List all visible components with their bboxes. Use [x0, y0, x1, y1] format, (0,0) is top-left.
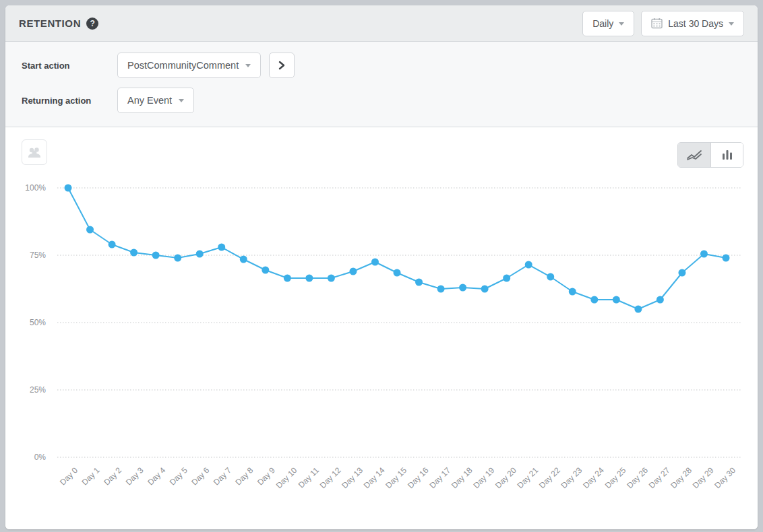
- x-axis-tick-label: Day 29: [691, 465, 716, 490]
- data-point-day-9[interactable]: [262, 267, 269, 274]
- data-point-day-21[interactable]: [525, 261, 532, 269]
- retention-report-panel: RETENTION ? Daily: [5, 5, 758, 529]
- line-chart-toggle[interactable]: [678, 143, 710, 167]
- start-action-label: Start action: [22, 61, 117, 71]
- action-selectors: Start action PostCommunityComment Return…: [5, 42, 758, 127]
- date-range-dropdown[interactable]: Last 30 Days: [641, 11, 744, 36]
- data-point-day-26[interactable]: [634, 306, 642, 313]
- x-axis-tick-label: Day 17: [427, 465, 452, 490]
- x-axis-tick-label: Day 27: [647, 465, 672, 490]
- x-axis-tick-label: Day 24: [581, 465, 606, 490]
- chart-type-toggle: [677, 142, 743, 168]
- data-point-day-24[interactable]: [590, 296, 598, 304]
- data-point-day-8[interactable]: [240, 256, 247, 263]
- data-point-day-0[interactable]: [65, 185, 72, 192]
- returning-action-label: Returning action: [22, 96, 117, 106]
- chart-section: 100%75%50%25%0%Day 0Day 1Day 2Day 3Day 4…: [5, 127, 758, 529]
- x-axis-tick-label: Day 6: [189, 465, 211, 487]
- data-point-day-23[interactable]: [569, 288, 576, 296]
- data-point-day-15[interactable]: [394, 269, 401, 277]
- y-axis-tick-label: 25%: [30, 385, 46, 395]
- returning-action-value: Any Event: [127, 95, 172, 106]
- y-axis-tick-label: 75%: [30, 251, 46, 260]
- show-users-button[interactable]: [22, 139, 47, 165]
- data-point-day-30[interactable]: [723, 255, 730, 262]
- x-axis-tick-label: Day 26: [625, 465, 650, 490]
- calendar-icon: [651, 18, 663, 29]
- data-point-day-11[interactable]: [305, 275, 313, 282]
- chevron-down-icon: [179, 99, 184, 102]
- start-action-value: PostCommunityComment: [127, 60, 239, 71]
- x-axis-tick-label: Day 21: [516, 465, 541, 490]
- x-axis-tick-label: Day 22: [537, 465, 562, 490]
- granularity-value: Daily: [592, 18, 613, 29]
- data-point-day-20[interactable]: [503, 275, 510, 282]
- x-axis-tick-label: Day 0: [58, 465, 80, 487]
- data-point-day-3[interactable]: [130, 249, 138, 257]
- y-axis-tick-label: 100%: [25, 183, 46, 193]
- data-point-day-22[interactable]: [547, 273, 554, 281]
- data-point-day-14[interactable]: [371, 259, 379, 266]
- x-axis-tick-label: Day 20: [493, 465, 518, 490]
- data-point-day-16[interactable]: [415, 279, 423, 286]
- data-point-day-10[interactable]: [284, 275, 291, 282]
- users-icon: [27, 145, 42, 159]
- data-point-day-29[interactable]: [700, 251, 708, 258]
- data-point-day-18[interactable]: [459, 284, 466, 292]
- start-action-row: Start action PostCommunityComment: [22, 53, 741, 78]
- data-point-day-19[interactable]: [481, 286, 489, 293]
- x-axis-tick-label: Day 4: [146, 465, 167, 487]
- chevron-down-icon: [619, 22, 624, 26]
- data-point-day-27[interactable]: [657, 296, 664, 304]
- x-axis-tick-label: Day 14: [362, 465, 387, 490]
- x-axis-tick-label: Day 30: [712, 465, 737, 490]
- x-axis-tick-label: Day 19: [471, 465, 496, 490]
- data-point-day-12[interactable]: [328, 275, 335, 282]
- x-axis-tick-label: Day 7: [212, 465, 233, 487]
- chevron-right-icon: [278, 61, 286, 70]
- x-axis-tick-label: Day 15: [384, 465, 408, 490]
- x-axis-tick-label: Day 25: [603, 465, 628, 490]
- start-action-dropdown[interactable]: PostCommunityComment: [117, 53, 261, 78]
- data-point-day-7[interactable]: [218, 244, 225, 251]
- returning-action-row: Returning action Any Event: [22, 88, 741, 113]
- x-axis-tick-label: Day 28: [669, 465, 694, 490]
- x-axis-tick-label: Day 8: [233, 465, 255, 487]
- y-axis-tick-label: 0%: [34, 453, 47, 462]
- returning-action-dropdown[interactable]: Any Event: [117, 88, 194, 113]
- x-axis-tick-label: Day 23: [559, 465, 584, 490]
- data-point-day-28[interactable]: [678, 269, 685, 277]
- data-point-day-13[interactable]: [349, 268, 357, 275]
- bar-chart-toggle[interactable]: [710, 143, 743, 167]
- line-chart-icon: [686, 149, 702, 161]
- y-axis-tick-label: 50%: [30, 318, 46, 327]
- data-point-day-17[interactable]: [437, 286, 445, 293]
- retention-line: [68, 188, 726, 309]
- data-point-day-25[interactable]: [613, 296, 620, 304]
- x-axis-tick-label: Day 3: [124, 465, 146, 487]
- expand-action-button[interactable]: [269, 53, 295, 78]
- date-range-value: Last 30 Days: [668, 18, 723, 29]
- x-axis-tick-label: Day 16: [406, 465, 431, 490]
- x-axis-tick-label: Day 2: [102, 465, 123, 487]
- data-point-day-5[interactable]: [174, 255, 181, 262]
- chevron-down-icon: [245, 64, 251, 67]
- data-point-day-6[interactable]: [196, 251, 204, 258]
- data-point-day-4[interactable]: [152, 252, 160, 259]
- report-header: RETENTION ? Daily: [5, 5, 758, 42]
- x-axis-tick-label: Day 1: [80, 465, 102, 487]
- x-axis-tick-label: Day 5: [168, 465, 189, 487]
- data-point-day-2[interactable]: [109, 241, 116, 248]
- help-icon[interactable]: ?: [86, 18, 98, 30]
- x-axis-tick-label: Day 18: [450, 465, 475, 490]
- x-axis-tick-label: Day 13: [340, 465, 365, 490]
- x-axis-tick-label: Day 11: [297, 465, 321, 490]
- chevron-down-icon: [729, 22, 734, 26]
- retention-line-chart: 100%75%50%25%0%Day 0Day 1Day 2Day 3Day 4…: [5, 127, 758, 514]
- x-axis-tick-label: Day 10: [274, 465, 299, 490]
- data-point-day-1[interactable]: [86, 226, 94, 234]
- x-axis-tick-label: Day 12: [318, 465, 343, 490]
- bar-chart-icon: [721, 149, 734, 161]
- page-title: RETENTION: [19, 18, 81, 29]
- granularity-dropdown[interactable]: Daily: [582, 11, 634, 36]
